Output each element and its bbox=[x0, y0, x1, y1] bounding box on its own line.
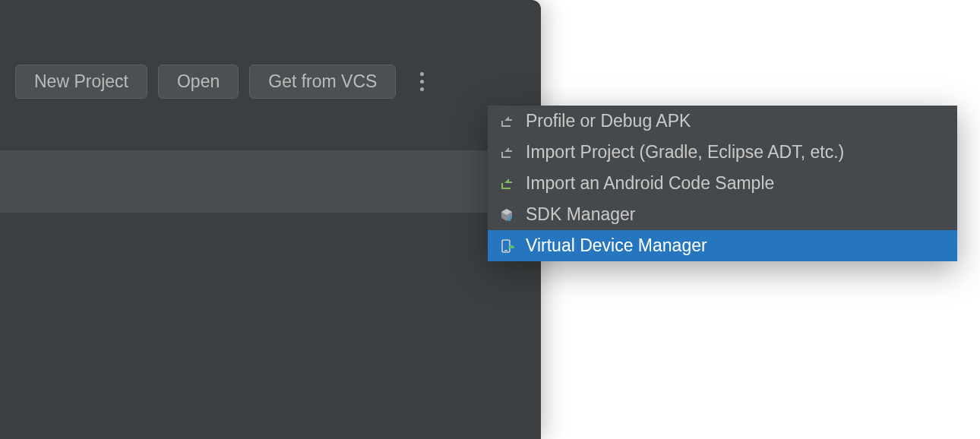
dot-icon bbox=[420, 80, 424, 84]
more-actions-menu: Profile or Debug APK Import Project (Gra… bbox=[488, 106, 957, 261]
menu-item-import-sample[interactable]: Import an Android Code Sample bbox=[488, 168, 957, 199]
menu-item-import-project[interactable]: Import Project (Gradle, Eclipse ADT, etc… bbox=[488, 137, 957, 168]
welcome-window: New Project Open Get from VCS bbox=[0, 0, 541, 439]
new-project-button[interactable]: New Project bbox=[15, 65, 147, 99]
menu-item-label: Import an Android Code Sample bbox=[526, 173, 774, 194]
menu-item-virtual-device-manager[interactable]: Virtual Device Manager bbox=[488, 230, 957, 261]
import-arrow-icon bbox=[498, 113, 515, 130]
svg-rect-5 bbox=[504, 250, 507, 251]
toolbar: New Project Open Get from VCS bbox=[0, 0, 541, 99]
menu-item-label: Profile or Debug APK bbox=[526, 111, 691, 131]
svg-rect-1 bbox=[507, 150, 512, 152]
android-import-icon bbox=[498, 175, 515, 192]
svg-rect-2 bbox=[507, 182, 512, 183]
svg-rect-0 bbox=[507, 119, 512, 121]
get-from-vcs-button[interactable]: Get from VCS bbox=[249, 65, 396, 99]
menu-item-profile-debug-apk[interactable]: Profile or Debug APK bbox=[488, 106, 957, 137]
menu-item-sdk-manager[interactable]: SDK Manager bbox=[488, 199, 957, 230]
open-button[interactable]: Open bbox=[158, 65, 239, 99]
dot-icon bbox=[420, 72, 424, 76]
import-arrow-icon bbox=[498, 144, 515, 161]
menu-item-label: SDK Manager bbox=[526, 204, 635, 225]
list-item-placeholder bbox=[0, 150, 541, 213]
dot-icon bbox=[420, 87, 424, 91]
svg-rect-3 bbox=[510, 215, 511, 220]
avd-device-icon bbox=[498, 238, 515, 254]
menu-item-label: Import Project (Gradle, Eclipse ADT, etc… bbox=[526, 142, 844, 163]
more-actions-button[interactable] bbox=[417, 69, 427, 94]
menu-item-label: Virtual Device Manager bbox=[526, 235, 707, 256]
sdk-box-icon bbox=[498, 207, 515, 223]
